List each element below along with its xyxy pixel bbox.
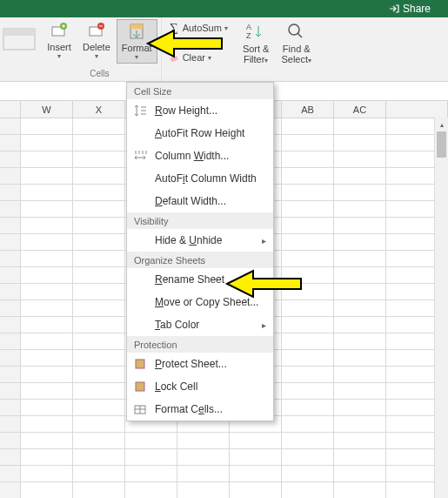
- fill-button[interactable]: Fill▾: [165, 36, 231, 50]
- menu-autofit-col[interactable]: AutoFit Column Width: [127, 167, 273, 190]
- cell[interactable]: [386, 218, 438, 233]
- row-header[interactable]: [0, 267, 21, 283]
- cell[interactable]: [334, 151, 386, 167]
- cell[interactable]: [21, 350, 73, 366]
- cell[interactable]: [21, 218, 73, 233]
- cell[interactable]: [21, 367, 73, 382]
- scroll-thumb[interactable]: [437, 131, 446, 158]
- cell[interactable]: [386, 118, 438, 134]
- cell[interactable]: [282, 383, 334, 399]
- cell[interactable]: [21, 433, 73, 448]
- cell[interactable]: [386, 383, 438, 399]
- cell[interactable]: [73, 118, 125, 134]
- cell[interactable]: [334, 433, 386, 448]
- cell[interactable]: [73, 383, 125, 399]
- cell[interactable]: [334, 400, 386, 415]
- menu-lock-cell[interactable]: Lock Cell: [127, 375, 273, 398]
- cell[interactable]: [21, 466, 73, 481]
- col-header[interactable]: W: [21, 101, 73, 118]
- row-header[interactable]: [0, 466, 21, 481]
- cell[interactable]: [334, 300, 386, 316]
- cell[interactable]: [177, 449, 230, 465]
- cell[interactable]: [73, 251, 125, 266]
- cell[interactable]: [334, 482, 386, 498]
- cell[interactable]: [334, 201, 386, 217]
- cell[interactable]: [73, 466, 125, 481]
- cell[interactable]: [73, 185, 125, 200]
- cell[interactable]: [386, 367, 438, 382]
- menu-hide-unhide[interactable]: Hide & Unhide▸: [127, 229, 273, 252]
- cell[interactable]: [21, 317, 73, 333]
- cell[interactable]: [334, 251, 386, 266]
- col-header[interactable]: AC: [334, 101, 386, 118]
- row-header[interactable]: [0, 433, 21, 448]
- cell[interactable]: [177, 482, 230, 498]
- menu-col-width[interactable]: Column Width...: [127, 145, 273, 167]
- cell[interactable]: [230, 433, 282, 448]
- cell[interactable]: [386, 317, 438, 333]
- cell[interactable]: [21, 383, 73, 399]
- cell[interactable]: [334, 367, 386, 382]
- cell[interactable]: [282, 234, 334, 250]
- cell[interactable]: [21, 267, 73, 283]
- cell[interactable]: [386, 185, 438, 200]
- cell[interactable]: [334, 449, 386, 465]
- cell[interactable]: [125, 466, 177, 481]
- cell[interactable]: [73, 433, 125, 448]
- cell[interactable]: [386, 416, 438, 432]
- cell[interactable]: [73, 168, 125, 184]
- cell[interactable]: [73, 284, 125, 299]
- col-header[interactable]: [386, 101, 448, 118]
- cell[interactable]: [282, 317, 334, 333]
- cell[interactable]: [21, 234, 73, 250]
- menu-default-width[interactable]: Default Width...: [127, 190, 273, 212]
- row-header[interactable]: [0, 135, 21, 151]
- cell[interactable]: [73, 218, 125, 233]
- col-header[interactable]: X: [73, 101, 125, 118]
- cell[interactable]: [282, 433, 334, 448]
- cell[interactable]: [21, 300, 73, 316]
- cell[interactable]: [386, 350, 438, 366]
- col-header[interactable]: AB: [282, 101, 334, 118]
- cell[interactable]: [21, 135, 73, 151]
- cell[interactable]: [334, 416, 386, 432]
- cell[interactable]: [230, 482, 282, 498]
- row-header[interactable]: [0, 300, 21, 316]
- row-header[interactable]: [0, 317, 21, 333]
- cell[interactable]: [21, 118, 73, 134]
- cell[interactable]: [282, 251, 334, 266]
- cell[interactable]: [334, 333, 386, 349]
- cell[interactable]: [282, 284, 334, 299]
- cell[interactable]: [230, 449, 282, 465]
- cell[interactable]: [334, 168, 386, 184]
- cell[interactable]: [386, 433, 438, 448]
- delete-button[interactable]: Delete ▾: [78, 19, 115, 64]
- cell[interactable]: [386, 449, 438, 465]
- cell[interactable]: [386, 466, 438, 481]
- scroll-up-icon[interactable]: ▴: [435, 118, 448, 131]
- cell[interactable]: [282, 300, 334, 316]
- cell[interactable]: [386, 151, 438, 167]
- cell[interactable]: [334, 185, 386, 200]
- cell[interactable]: [334, 218, 386, 233]
- cell[interactable]: [282, 218, 334, 233]
- cell[interactable]: [21, 185, 73, 200]
- cell[interactable]: [282, 201, 334, 217]
- menu-autofit-row[interactable]: AutoFit Row Height: [127, 122, 273, 145]
- menu-format-cells[interactable]: Format Cells...: [127, 398, 273, 421]
- cell[interactable]: [73, 267, 125, 283]
- select-all-corner[interactable]: [0, 101, 21, 118]
- cell[interactable]: [177, 466, 230, 481]
- cell[interactable]: [125, 482, 177, 498]
- cell[interactable]: [386, 284, 438, 299]
- cell[interactable]: [386, 300, 438, 316]
- cell[interactable]: [21, 333, 73, 349]
- cell[interactable]: [282, 135, 334, 151]
- vertical-scrollbar[interactable]: ▴: [434, 118, 448, 498]
- cell[interactable]: [282, 350, 334, 366]
- cell[interactable]: [334, 466, 386, 481]
- cell[interactable]: [73, 135, 125, 151]
- cell[interactable]: [230, 466, 282, 481]
- row-header[interactable]: [0, 234, 21, 250]
- row-header[interactable]: [0, 482, 21, 498]
